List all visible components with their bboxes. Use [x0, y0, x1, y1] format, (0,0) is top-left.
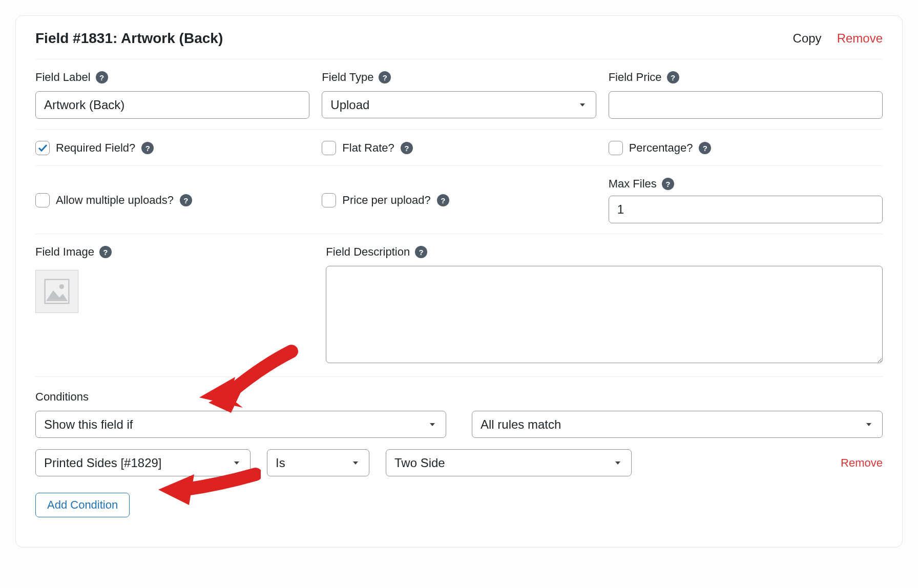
label-text: Flat Rate? — [342, 141, 394, 155]
label-text: Required Field? — [56, 141, 135, 155]
label-max-files: Max Files ? — [609, 177, 883, 191]
help-icon[interactable]: ? — [379, 71, 391, 83]
cell-field-image: Field Image ? — [35, 245, 314, 366]
cell-field-type: Field Type ? Upload — [322, 71, 596, 119]
image-placeholder[interactable] — [35, 270, 78, 313]
condition-operator-select[interactable]: Is — [267, 449, 369, 476]
cell-field-label: Field Label ? — [35, 71, 309, 119]
condition-value-select[interactable]: Two Side — [386, 449, 632, 476]
cell-conditions: Conditions Show this field if All rules … — [35, 390, 883, 517]
conditions-title: Conditions — [35, 390, 883, 404]
label-text: Field Description — [326, 245, 410, 259]
field-type-select[interactable]: Upload — [322, 91, 596, 118]
label-text: Max Files — [609, 177, 657, 191]
cell-multiple: Allow multiple uploads? ? — [35, 177, 309, 223]
panel-header: Field #1831: Artwork (Back) Copy Remove — [35, 16, 883, 59]
max-files-input[interactable] — [609, 196, 883, 223]
label-field-label: Field Label ? — [35, 71, 309, 84]
svg-point-1 — [59, 284, 64, 289]
field-price-input[interactable] — [609, 91, 883, 119]
condition-field-select[interactable]: Printed Sides [#1829] — [35, 449, 251, 476]
label-field-description: Field Description ? — [326, 245, 883, 259]
label-field-image: Field Image ? — [35, 245, 314, 259]
panel-title: Field #1831: Artwork (Back) — [35, 30, 223, 47]
label-text: Field Image — [35, 245, 94, 259]
label-field-type: Field Type ? — [322, 71, 596, 84]
help-icon[interactable]: ? — [437, 194, 449, 206]
condition-visibility-select[interactable]: Show this field if — [35, 411, 446, 438]
price-per-checkbox[interactable] — [322, 193, 336, 207]
add-condition-wrap: Add Condition — [35, 493, 883, 517]
field-description-textarea[interactable] — [326, 266, 883, 363]
label-field-price: Field Price ? — [609, 71, 883, 84]
multiple-checkbox[interactable] — [35, 193, 50, 207]
panel-actions: Copy Remove — [793, 31, 883, 46]
image-icon — [43, 277, 71, 306]
label-text: Price per upload? — [342, 194, 430, 207]
cell-percentage: Percentage? ? — [609, 141, 883, 155]
row-flags: Required Field? ? Flat Rate? ? Percentag… — [35, 130, 883, 166]
label-text: Percentage? — [629, 141, 693, 155]
add-condition-button[interactable]: Add Condition — [35, 493, 130, 517]
required-checkbox[interactable] — [35, 141, 50, 155]
remove-link[interactable]: Remove — [837, 31, 883, 46]
cell-price-per: Price per upload? ? — [322, 177, 596, 223]
label-text: Field Type — [322, 71, 373, 84]
label-text: Field Label — [35, 71, 91, 84]
help-icon[interactable]: ? — [180, 194, 192, 206]
field-panel: Field #1831: Artwork (Back) Copy Remove … — [15, 15, 903, 548]
row-image-desc: Field Image ? Field Description ? — [35, 234, 883, 377]
panel-body: Field Label ? Field Type ? Upload Field … — [35, 59, 883, 528]
help-icon[interactable]: ? — [699, 142, 711, 154]
row-basic: Field Label ? Field Type ? Upload Field … — [35, 59, 883, 130]
help-icon[interactable]: ? — [662, 178, 674, 190]
conditions-top: Show this field if All rules match — [35, 411, 883, 438]
cell-field-description: Field Description ? — [326, 245, 883, 366]
percentage-checkbox[interactable] — [609, 141, 623, 155]
condition-rule: Printed Sides [#1829] Is Two Side Remove — [35, 449, 883, 476]
condition-match-select[interactable]: All rules match — [472, 411, 883, 438]
help-icon[interactable]: ? — [99, 246, 112, 258]
field-label-input[interactable] — [35, 91, 309, 119]
label-text: Field Price — [609, 71, 662, 84]
cell-required: Required Field? ? — [35, 141, 309, 155]
cell-max-files: Max Files ? — [609, 177, 883, 223]
row-conditions: Conditions Show this field if All rules … — [35, 377, 883, 528]
condition-remove-link[interactable]: Remove — [648, 456, 883, 470]
help-icon[interactable]: ? — [141, 142, 154, 154]
help-icon[interactable]: ? — [667, 71, 679, 83]
help-icon[interactable]: ? — [415, 246, 427, 258]
cell-flatrate: Flat Rate? ? — [322, 141, 596, 155]
help-icon[interactable]: ? — [401, 142, 413, 154]
copy-link[interactable]: Copy — [793, 31, 822, 46]
flatrate-checkbox[interactable] — [322, 141, 336, 155]
row-upload-opts: Allow multiple uploads? ? Price per uplo… — [35, 166, 883, 234]
help-icon[interactable]: ? — [96, 71, 108, 83]
label-text: Allow multiple uploads? — [56, 194, 174, 207]
check-icon — [37, 143, 48, 153]
cell-field-price: Field Price ? — [609, 71, 883, 119]
